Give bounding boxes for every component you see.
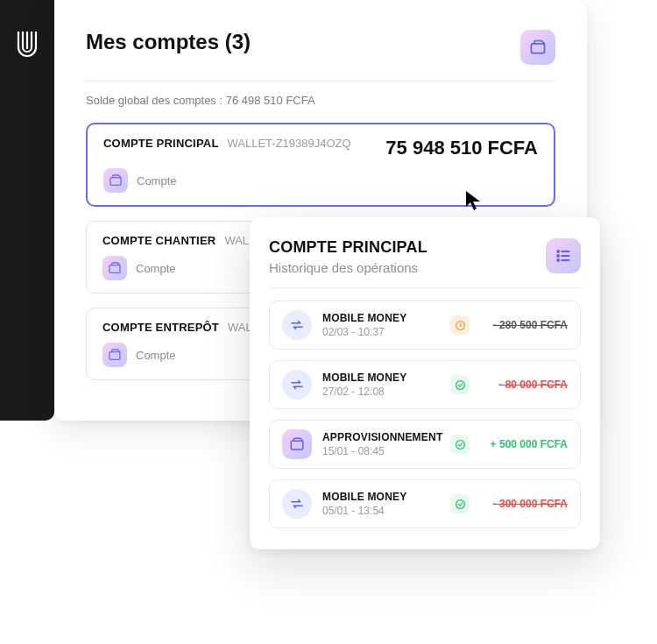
wallet-icon [102, 256, 127, 280]
divider [86, 81, 555, 81]
svg-point-6 [557, 259, 559, 261]
account-card-principal[interactable]: COMPTE PRINCIPAL WALLET-Z19389J4OZQ 75 9… [86, 123, 555, 207]
accounts-action-button[interactable] [520, 30, 555, 65]
account-name: COMPTE CHANTIER [102, 234, 215, 247]
transaction-label: APPROVISIONNEMENT [322, 431, 440, 443]
app-logo-icon [14, 30, 40, 61]
transaction-date: 15/01 - 08:45 [322, 445, 440, 457]
transfer-icon [282, 310, 312, 340]
transaction-amount: + 500 000 FCFA [480, 438, 568, 450]
svg-rect-1 [110, 178, 121, 186]
clock-icon [450, 315, 470, 335]
account-type-label: Compte [136, 262, 176, 275]
wallet-icon [102, 343, 127, 367]
page-title: Mes comptes (3) [86, 30, 251, 54]
history-title: COMPTE PRINCIPAL [269, 238, 427, 257]
app-sidebar [0, 0, 54, 421]
check-circle-icon [450, 375, 470, 394]
svg-rect-12 [291, 441, 303, 449]
transaction-row[interactable]: MOBILE MONEY 02/03 - 10:37 - 280 500 FCF… [269, 301, 581, 350]
history-view-button[interactable] [546, 238, 581, 273]
account-wallet-id: WALLET-Z19389J4OZQ [228, 137, 351, 150]
wallet-icon [282, 429, 312, 459]
svg-rect-0 [532, 44, 545, 53]
svg-point-4 [557, 251, 559, 252]
transaction-date: 27/02 - 12:08 [322, 386, 440, 398]
account-name: COMPTE ENTREPÔT [102, 321, 219, 334]
check-circle-icon [450, 494, 470, 513]
transfer-icon [282, 489, 312, 519]
transaction-row[interactable]: APPROVISIONNEMENT 15/01 - 08:45 + 500 00… [269, 420, 581, 469]
svg-rect-3 [110, 352, 120, 360]
transaction-date: 02/03 - 10:37 [322, 326, 440, 338]
account-name: COMPTE PRINCIPAL [103, 137, 219, 150]
global-balance: Solde global des comptes : 76 498 510 FC… [86, 94, 555, 107]
svg-point-5 [557, 255, 559, 257]
transaction-label: MOBILE MONEY [322, 372, 440, 384]
transaction-date: 05/01 - 13:54 [322, 505, 440, 517]
transaction-label: MOBILE MONEY [322, 491, 440, 503]
transaction-amount: - 280 500 FCFA [480, 319, 568, 331]
transaction-amount: - 80 000 FCFA [480, 379, 568, 391]
transaction-label: MOBILE MONEY [322, 312, 440, 324]
wallet-icon [103, 168, 128, 193]
account-type-label: Compte [137, 174, 177, 188]
account-type-label: Compte [136, 349, 176, 362]
wallet-icon [529, 39, 547, 56]
divider [269, 287, 581, 288]
check-circle-icon [450, 435, 470, 454]
list-icon [555, 247, 572, 265]
svg-rect-2 [110, 265, 120, 273]
transaction-amount: - 300 000 FCFA [480, 498, 568, 510]
transaction-row[interactable]: MOBILE MONEY 27/02 - 12:08 - 80 000 FCFA [269, 360, 581, 409]
transfer-icon [282, 370, 312, 400]
history-panel: COMPTE PRINCIPAL Historique des opératio… [250, 217, 600, 549]
account-balance: 75 948 510 FCFA [385, 137, 538, 159]
history-subtitle: Historique des opérations [269, 260, 427, 275]
transaction-row[interactable]: MOBILE MONEY 05/01 - 13:54 - 300 000 FCF… [269, 479, 581, 528]
